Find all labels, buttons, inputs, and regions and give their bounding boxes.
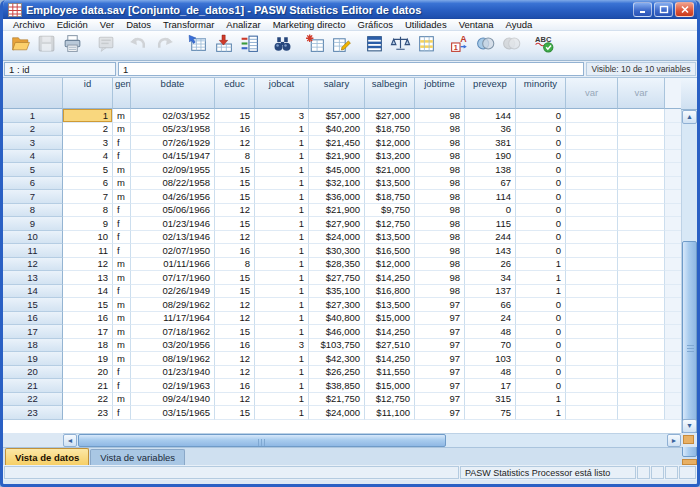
cell-4-prevexp[interactable]: 190 [465,150,516,164]
row-header-21[interactable]: 21 [3,379,63,393]
cell-14-bdate[interactable]: 02/26/1949 [131,285,215,299]
cell-17-jobtime[interactable]: 97 [415,325,465,339]
cell-3-salary[interactable]: $21,450 [309,136,365,150]
cell-19-var-2[interactable] [618,352,665,366]
cell-2-bdate[interactable]: 05/23/1958 [131,123,215,137]
cell-9-var-2[interactable] [618,217,665,231]
cell-21-prevexp[interactable]: 17 [465,379,516,393]
row-header-15[interactable]: 15 [3,298,63,312]
cell-14-salary[interactable]: $35,100 [309,285,365,299]
cell-4-minority[interactable]: 0 [516,150,566,164]
column-header-salary[interactable]: salary [309,78,365,109]
scroll-down-button[interactable]: ▼ [682,419,697,433]
cell-5-salbegin[interactable]: $21,000 [365,163,415,177]
cell-8-prevexp[interactable]: 0 [465,204,516,218]
cell-16-bdate[interactable]: 11/17/1964 [131,312,215,326]
cell-14-id[interactable]: 14 [63,285,113,299]
vertical-pane-splitter[interactable] [682,459,697,465]
cell-20-var-2[interactable] [618,366,665,380]
cell-12-var-1[interactable] [566,258,618,272]
cell-14-gender[interactable]: f [113,285,131,299]
scroll-right-button[interactable]: ► [667,434,681,447]
cell-7-var-2[interactable] [618,190,665,204]
cell-4-id[interactable]: 4 [63,150,113,164]
cell-21-var-2[interactable] [618,379,665,393]
cell-9-minority[interactable]: 0 [516,217,566,231]
cell-5-var-1[interactable] [566,163,618,177]
cell-7-minority[interactable]: 0 [516,190,566,204]
cell-23-jobtime[interactable]: 97 [415,406,465,420]
cell-21-jobtime[interactable]: 97 [415,379,465,393]
select-cases-button[interactable] [413,33,439,59]
cell-7-jobcat[interactable]: 1 [255,190,309,204]
cell-18-prevexp[interactable]: 70 [465,339,516,353]
scroll-left-button[interactable]: ◄ [63,434,77,447]
cell-15-var-1[interactable] [566,298,618,312]
open-file-button[interactable] [7,33,33,59]
cell-13-prevexp[interactable]: 34 [465,271,516,285]
cell-13-salary[interactable]: $27,750 [309,271,365,285]
cell-1-jobtime[interactable]: 98 [415,109,465,123]
cell-7-prevexp[interactable]: 114 [465,190,516,204]
cell-17-prevexp[interactable]: 48 [465,325,516,339]
cell-13-educ[interactable]: 15 [215,271,255,285]
cell-3-jobcat[interactable]: 1 [255,136,309,150]
cell-16-minority[interactable]: 0 [516,312,566,326]
cell-19-jobcat[interactable]: 1 [255,352,309,366]
cell-18-minority[interactable]: 0 [516,339,566,353]
menu-item-ayuda[interactable]: Ayuda [500,19,539,31]
cell-7-salbegin[interactable]: $18,750 [365,190,415,204]
cell-3-id[interactable]: 3 [63,136,113,150]
cell-10-var-2[interactable] [618,231,665,245]
cell-16-id[interactable]: 16 [63,312,113,326]
cell-7-gender[interactable]: m [113,190,131,204]
goto-case-button[interactable] [184,33,210,59]
cell-17-id[interactable]: 17 [63,325,113,339]
row-header-16[interactable]: 16 [3,312,63,326]
cell-18-bdate[interactable]: 03/20/1956 [131,339,215,353]
column-header-salbegin[interactable]: salbegin [365,78,415,109]
cell-4-educ[interactable]: 8 [215,150,255,164]
goto-variable-button[interactable] [210,33,236,59]
cell-5-jobcat[interactable]: 1 [255,163,309,177]
cell-18-id[interactable]: 18 [63,339,113,353]
cell-8-jobtime[interactable]: 98 [415,204,465,218]
cell-6-id[interactable]: 6 [63,177,113,191]
cell-9-salary[interactable]: $27,900 [309,217,365,231]
cell-1-prevexp[interactable]: 144 [465,109,516,123]
cell-8-gender[interactable]: f [113,204,131,218]
row-header-6[interactable]: 6 [3,177,63,191]
cell-23-id[interactable]: 23 [63,406,113,420]
cell-3-minority[interactable]: 0 [516,136,566,150]
cell-4-var-1[interactable] [566,150,618,164]
cell-7-jobtime[interactable]: 98 [415,190,465,204]
cell-13-bdate[interactable]: 07/17/1960 [131,271,215,285]
cell-10-jobcat[interactable]: 1 [255,231,309,245]
cell-14-educ[interactable]: 15 [215,285,255,299]
row-header-13[interactable]: 13 [3,271,63,285]
cell-12-gender[interactable]: m [113,258,131,272]
cell-8-jobcat[interactable]: 1 [255,204,309,218]
cell-21-salbegin[interactable]: $15,000 [365,379,415,393]
weight-cases-button[interactable] [387,33,413,59]
cell-6-var-2[interactable] [618,177,665,191]
cell-4-bdate[interactable]: 04/15/1947 [131,150,215,164]
cell-9-educ[interactable]: 15 [215,217,255,231]
cell-18-jobcat[interactable]: 3 [255,339,309,353]
cell-9-jobtime[interactable]: 98 [415,217,465,231]
column-header-bdate[interactable]: bdate [131,78,215,109]
cell-1-id[interactable]: 1 [63,109,113,123]
cell-15-prevexp[interactable]: 66 [465,298,516,312]
row-header-3[interactable]: 3 [3,136,63,150]
cell-3-educ[interactable]: 12 [215,136,255,150]
cell-16-var-1[interactable] [566,312,618,326]
cell-15-jobcat[interactable]: 1 [255,298,309,312]
cell-22-educ[interactable]: 12 [215,393,255,407]
cell-12-educ[interactable]: 8 [215,258,255,272]
cell-11-var-1[interactable] [566,244,618,258]
menu-item-datos[interactable]: Datos [120,19,157,31]
cell-21-minority[interactable]: 0 [516,379,566,393]
cell-6-salary[interactable]: $32,100 [309,177,365,191]
cell-19-gender[interactable]: m [113,352,131,366]
cell-5-minority[interactable]: 0 [516,163,566,177]
